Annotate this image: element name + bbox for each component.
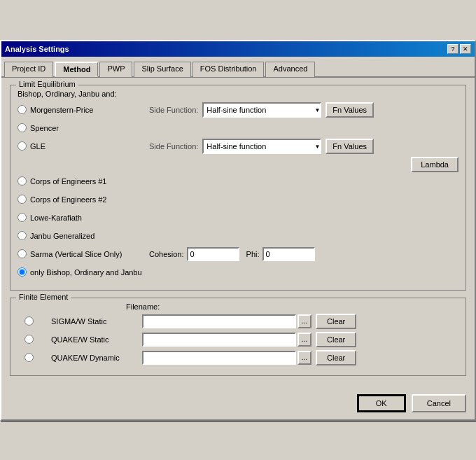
janbu-generalized-label: Janbu Generalized [30,232,142,240]
window-title: Analysis Settings [5,45,69,53]
fn-values-button-2[interactable]: Fn Values [326,139,374,154]
spencer-row: Spencer [18,120,458,136]
sigma-static-clear-button[interactable]: Clear [316,314,356,329]
phi-label: Phi: [246,250,260,258]
only-bishop-row: only Bishop, Ordinary and Janbu [18,265,458,280]
finite-element-inner: Filename: SIGMA/W Static ... Clear QUAKE… [18,302,458,365]
side-function-dropdown-wrapper-1: Half-sine function ▼ [202,102,321,118]
gle-radio[interactable] [18,141,27,151]
lambda-button[interactable]: Lambda [411,157,458,172]
cohesion-input[interactable]: 0 [187,247,239,261]
tab-slip-surface[interactable]: Slip Surface [134,62,190,77]
quake-dynamic-browse-button[interactable]: ... [298,351,312,365]
lowe-karafiath-radio[interactable] [18,213,27,222]
title-bar-controls: ? ✕ [447,44,471,54]
side-function-dropdown-2[interactable]: Half-sine function [202,139,321,154]
lowe-karafiath-row: Lowe-Karafiath [18,210,458,225]
sigma-static-radio[interactable] [24,316,34,326]
lambda-row: Lambda [18,157,458,172]
corps-engineers-1-row: Corps of Engineers #1 [18,174,458,189]
quake-dynamic-clear-button[interactable]: Clear [316,350,356,365]
bishop-label: Bishop, Ordinary, Janbu and: [18,90,458,98]
quake-static-browse-button[interactable]: ... [298,333,312,347]
sarma-label: Sarma (Vertical Slice Only) [30,250,142,258]
title-bar: Analysis Settings ? ✕ [1,41,475,57]
limit-equilibrium-group: Limit Equilibrium Bishop, Ordinary, Janb… [10,85,466,291]
quake-static-input[interactable] [142,333,296,347]
side-function-label-2: Side Function: [149,142,198,151]
filename-header: Filename: [126,302,458,311]
finite-element-label: Finite Element [16,293,71,301]
morgenstern-price-row: Morgenstern-Price Side Function: Half-si… [18,102,458,118]
morgenstern-price-label: Morgenstern-Price [30,106,142,114]
corps-engineers-1-label: Corps of Engineers #1 [30,177,142,186]
cohesion-label: Cohesion: [149,250,184,258]
spencer-label: Spencer [30,124,142,132]
janbu-generalized-row: Janbu Generalized [18,228,458,244]
quake-dynamic-label: QUAKE/W Dynamic [51,354,142,362]
sarma-row: Sarma (Vertical Slice Only) Cohesion: 0 … [18,246,458,262]
sarma-radio[interactable] [18,249,27,258]
bottom-buttons: OK Cancel [1,390,475,419]
tab-fos-distribution[interactable]: FOS Distribution [192,62,265,77]
sigma-static-input[interactable] [142,314,296,328]
quake-static-radio[interactable] [24,335,34,344]
corps-engineers-2-label: Corps of Engineers #2 [30,195,142,204]
phi-input[interactable]: 0 [262,247,315,261]
side-function-dropdown-1[interactable]: Half-sine function [202,102,321,118]
only-bishop-label: only Bishop, Ordinary and Janbu [30,268,240,277]
morgenstern-price-radio[interactable] [18,105,27,114]
content-area: Limit Equilibrium Bishop, Ordinary, Janb… [1,78,475,390]
fn-values-button-1[interactable]: Fn Values [326,102,374,118]
quake-static-row: QUAKE/W Static ... Clear [24,332,458,347]
quake-static-label: QUAKE/W Static [51,335,142,344]
tab-bar: Project ID Method PWP Slip Surface FOS D… [1,58,475,78]
lowe-karafiath-label: Lowe-Karafiath [30,214,142,222]
quake-dynamic-row: QUAKE/W Dynamic ... Clear [24,350,458,365]
help-button[interactable]: ? [447,44,458,54]
corps-engineers-2-row: Corps of Engineers #2 [18,192,458,207]
corps-engineers-1-radio[interactable] [18,176,27,186]
tab-method[interactable]: Method [55,62,98,77]
cancel-button[interactable]: Cancel [412,394,466,412]
close-button[interactable]: ✕ [460,44,471,54]
corps-engineers-2-radio[interactable] [18,195,27,204]
tab-project-id[interactable]: Project ID [4,62,53,77]
ok-button[interactable]: OK [357,394,406,412]
gle-label: GLE [30,142,142,151]
limit-equilibrium-label: Limit Equilibrium [16,80,78,88]
quake-dynamic-radio[interactable] [24,353,34,362]
analysis-settings-window: Analysis Settings ? ✕ Project ID Method … [0,40,476,421]
quake-dynamic-input[interactable] [142,351,296,365]
janbu-generalized-radio[interactable] [18,231,27,240]
side-function-dropdown-wrapper-2: Half-sine function ▼ [202,139,321,154]
sigma-static-browse-button[interactable]: ... [298,314,312,328]
spencer-radio[interactable] [18,123,27,132]
sigma-static-label: SIGMA/W Static [51,317,142,326]
tab-advanced[interactable]: Advanced [265,62,315,77]
side-function-label-1: Side Function: [149,106,198,114]
only-bishop-radio[interactable] [18,267,27,277]
tab-pwp[interactable]: PWP [99,62,132,77]
sigma-static-row: SIGMA/W Static ... Clear [24,314,458,329]
quake-static-clear-button[interactable]: Clear [316,332,356,347]
finite-element-group: Finite Element Filename: SIGMA/W Static … [10,298,466,376]
gle-row: GLE Side Function: Half-sine function ▼ … [18,139,458,154]
